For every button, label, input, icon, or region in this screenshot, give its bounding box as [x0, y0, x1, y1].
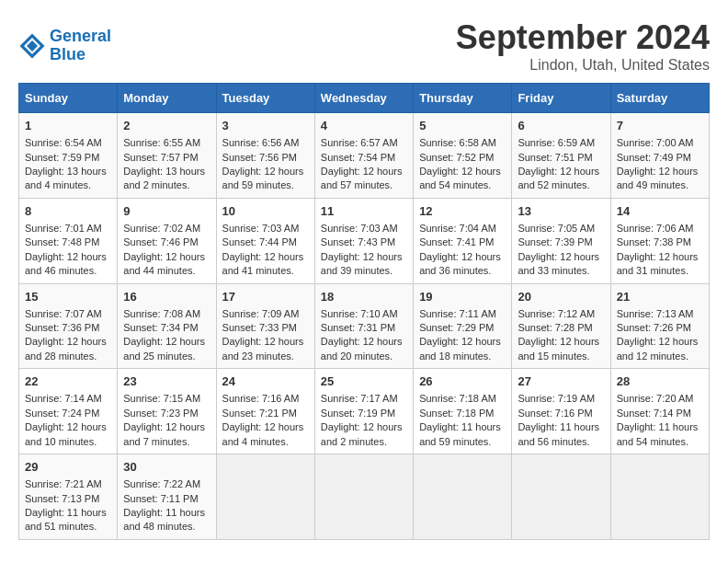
sunset-text: Sunset: 7:11 PM	[123, 493, 198, 504]
calendar-cell: 25Sunrise: 7:17 AMSunset: 7:19 PMDayligh…	[314, 369, 413, 454]
day-number: 12	[419, 203, 506, 220]
calendar-cell: 29Sunrise: 7:21 AMSunset: 7:13 PMDayligh…	[19, 454, 118, 540]
sunrise-text: Sunrise: 7:15 AM	[123, 393, 200, 404]
day-number: 20	[518, 289, 604, 305]
col-sunday: Sunday	[19, 84, 118, 113]
sunrise-text: Sunrise: 6:57 AM	[321, 137, 398, 148]
sunset-text: Sunset: 7:43 PM	[321, 236, 395, 247]
day-number: 24	[222, 373, 309, 390]
calendar-cell: 28Sunrise: 7:20 AMSunset: 7:14 PMDayligh…	[610, 369, 709, 454]
calendar-cell: 26Sunrise: 7:18 AMSunset: 7:18 PMDayligh…	[414, 369, 512, 454]
calendar-cell: 4Sunrise: 6:57 AMSunset: 7:54 PMDaylight…	[314, 113, 413, 199]
calendar-week-3: 15Sunrise: 7:07 AMSunset: 7:36 PMDayligh…	[19, 283, 710, 369]
day-number: 16	[123, 289, 210, 305]
calendar-cell: 19Sunrise: 7:11 AMSunset: 7:29 PMDayligh…	[414, 283, 512, 369]
daylight-text: Daylight: 11 hours and 56 minutes.	[518, 421, 599, 446]
day-number: 21	[617, 289, 703, 305]
sunset-text: Sunset: 7:44 PM	[222, 236, 297, 247]
daylight-text: Daylight: 11 hours and 48 minutes.	[123, 507, 205, 532]
calendar-cell: 30Sunrise: 7:22 AMSunset: 7:11 PMDayligh…	[118, 454, 216, 540]
header-row: Sunday Monday Tuesday Wednesday Thursday…	[19, 84, 710, 113]
calendar-cell: 1Sunrise: 6:54 AMSunset: 7:59 PMDaylight…	[19, 113, 118, 199]
sunrise-text: Sunrise: 7:13 AM	[617, 308, 694, 319]
sunrise-text: Sunrise: 7:00 AM	[617, 137, 694, 148]
day-number: 8	[25, 203, 111, 220]
calendar-cell: 27Sunrise: 7:19 AMSunset: 7:16 PMDayligh…	[512, 369, 610, 454]
day-number: 11	[321, 203, 407, 220]
calendar-header: Sunday Monday Tuesday Wednesday Thursday…	[19, 84, 710, 113]
sunset-text: Sunset: 7:46 PM	[123, 236, 198, 247]
sunrise-text: Sunrise: 7:22 AM	[123, 478, 200, 489]
sunrise-text: Sunrise: 7:21 AM	[25, 478, 102, 489]
sunrise-text: Sunrise: 6:56 AM	[222, 137, 300, 148]
sunrise-text: Sunrise: 7:17 AM	[321, 393, 398, 404]
calendar-cell: 14Sunrise: 7:06 AMSunset: 7:38 PMDayligh…	[610, 198, 709, 283]
col-wednesday: Wednesday	[314, 84, 413, 113]
sunset-text: Sunset: 7:39 PM	[518, 236, 592, 247]
sunrise-text: Sunrise: 7:07 AM	[25, 308, 102, 319]
day-number: 19	[419, 289, 506, 305]
sunset-text: Sunset: 7:49 PM	[617, 152, 691, 163]
sunrise-text: Sunrise: 7:16 AM	[222, 393, 300, 404]
daylight-text: Daylight: 12 hours and 25 minutes.	[123, 336, 205, 361]
sunset-text: Sunset: 7:36 PM	[25, 322, 99, 333]
calendar-cell: 13Sunrise: 7:05 AMSunset: 7:39 PMDayligh…	[512, 198, 610, 283]
sunset-text: Sunset: 7:21 PM	[222, 408, 297, 419]
sunrise-text: Sunrise: 6:59 AM	[518, 137, 595, 148]
sunrise-text: Sunrise: 7:18 AM	[419, 393, 496, 404]
calendar-cell: 5Sunrise: 6:58 AMSunset: 7:52 PMDaylight…	[414, 113, 512, 199]
day-number: 13	[518, 203, 604, 220]
day-number: 26	[419, 373, 506, 390]
calendar-cell: 2Sunrise: 6:55 AMSunset: 7:57 PMDaylight…	[118, 113, 216, 199]
daylight-text: Daylight: 12 hours and 49 minutes.	[617, 166, 699, 190]
calendar-cell: 6Sunrise: 6:59 AMSunset: 7:51 PMDaylight…	[512, 113, 610, 199]
calendar-cell: 16Sunrise: 7:08 AMSunset: 7:34 PMDayligh…	[118, 283, 216, 369]
col-friday: Friday	[512, 84, 610, 113]
sunset-text: Sunset: 7:54 PM	[321, 152, 395, 163]
day-number: 14	[617, 203, 703, 220]
daylight-text: Daylight: 12 hours and 10 minutes.	[25, 421, 107, 446]
sunset-text: Sunset: 7:41 PM	[419, 236, 494, 247]
calendar-cell	[414, 454, 512, 540]
daylight-text: Daylight: 12 hours and 7 minutes.	[123, 421, 205, 446]
day-number: 28	[617, 373, 703, 390]
day-number: 1	[25, 118, 111, 134]
calendar-cell: 24Sunrise: 7:16 AMSunset: 7:21 PMDayligh…	[216, 369, 314, 454]
calendar-cell: 10Sunrise: 7:03 AMSunset: 7:44 PMDayligh…	[216, 198, 314, 283]
daylight-text: Daylight: 12 hours and 31 minutes.	[617, 251, 699, 276]
calendar-cell: 18Sunrise: 7:10 AMSunset: 7:31 PMDayligh…	[314, 283, 413, 369]
daylight-text: Daylight: 12 hours and 15 minutes.	[518, 336, 599, 361]
daylight-text: Daylight: 12 hours and 57 minutes.	[321, 166, 403, 190]
sunset-text: Sunset: 7:24 PM	[25, 408, 99, 419]
logo-text: General Blue	[50, 28, 111, 64]
col-thursday: Thursday	[414, 84, 512, 113]
calendar-week-2: 8Sunrise: 7:01 AMSunset: 7:48 PMDaylight…	[19, 198, 710, 283]
calendar-cell: 11Sunrise: 7:03 AMSunset: 7:43 PMDayligh…	[314, 198, 413, 283]
calendar-cell: 15Sunrise: 7:07 AMSunset: 7:36 PMDayligh…	[19, 283, 118, 369]
sunset-text: Sunset: 7:51 PM	[518, 152, 592, 163]
calendar-cell: 9Sunrise: 7:02 AMSunset: 7:46 PMDaylight…	[118, 198, 216, 283]
sunset-text: Sunset: 7:18 PM	[419, 408, 494, 419]
sunset-text: Sunset: 7:14 PM	[617, 408, 691, 419]
calendar-cell	[314, 454, 413, 540]
day-number: 3	[222, 118, 309, 134]
logo-icon	[18, 32, 46, 60]
daylight-text: Daylight: 12 hours and 36 minutes.	[419, 251, 501, 276]
calendar-cell	[610, 454, 709, 540]
sunrise-text: Sunrise: 6:55 AM	[123, 137, 200, 148]
day-number: 25	[321, 373, 407, 390]
day-number: 4	[321, 118, 407, 134]
daylight-text: Daylight: 12 hours and 18 minutes.	[419, 336, 501, 361]
day-number: 17	[222, 289, 309, 305]
daylight-text: Daylight: 12 hours and 44 minutes.	[123, 251, 205, 276]
sunrise-text: Sunrise: 7:12 AM	[518, 308, 595, 319]
day-number: 2	[123, 118, 210, 134]
daylight-text: Daylight: 13 hours and 4 minutes.	[25, 166, 107, 190]
sunrise-text: Sunrise: 7:19 AM	[518, 393, 595, 404]
day-number: 10	[222, 203, 309, 220]
sunset-text: Sunset: 7:33 PM	[222, 322, 297, 333]
daylight-text: Daylight: 12 hours and 54 minutes.	[419, 166, 501, 190]
calendar-cell: 8Sunrise: 7:01 AMSunset: 7:48 PMDaylight…	[19, 198, 118, 283]
sunrise-text: Sunrise: 7:01 AM	[25, 223, 102, 234]
day-number: 6	[518, 118, 604, 134]
